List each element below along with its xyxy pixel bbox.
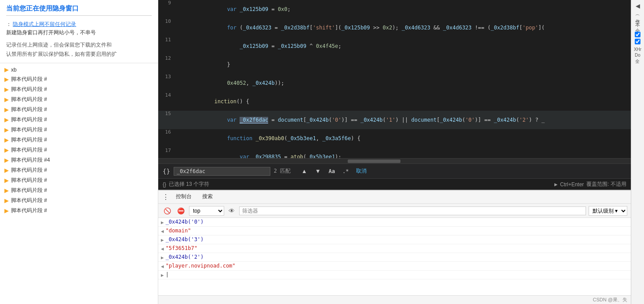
incognito-desc2: 记录任何上网痕迹，但会保留您下载的文件和 认禁用所有扩展以保护隐私，如有需要启用… bbox=[6, 38, 152, 59]
search-tab-label: 搜索 bbox=[202, 193, 213, 199]
code-line: 13 0x4052, _0x424b)); bbox=[158, 74, 631, 92]
console-filter-input[interactable] bbox=[239, 206, 586, 215]
console-row[interactable]: ◀ "player.novipnoad.com" bbox=[158, 262, 631, 271]
item-label: 脚本代码片段 # bbox=[11, 116, 47, 123]
line-number: 14 bbox=[158, 92, 175, 111]
line-number: 11 bbox=[158, 37, 175, 55]
list-item[interactable]: ▶脚本代码片段 # bbox=[0, 94, 158, 105]
right-panel-labels: XHr Do 全 bbox=[634, 47, 641, 65]
list-item[interactable]: ▶脚本代码片段 # bbox=[0, 185, 158, 195]
hscroll-track bbox=[160, 159, 629, 163]
sidebar-header: 当前您正在使用隐身窗口 ： 隐身模式上网不留任何记录 新建隐身窗口再打开网站小号… bbox=[0, 0, 158, 63]
code-line: 12 } bbox=[158, 55, 631, 74]
collapse-arrow-icon: ◀ bbox=[161, 245, 164, 252]
list-item[interactable]: ▶xb bbox=[0, 65, 158, 74]
list-item[interactable]: ▶脚本代码片段 # bbox=[0, 135, 158, 145]
line-number: 9 bbox=[158, 0, 175, 18]
console-row-cursor[interactable]: ▶ | bbox=[158, 271, 631, 279]
console-fn-call: _0x424b('2') bbox=[166, 254, 204, 260]
tab-search[interactable]: 搜索 bbox=[197, 191, 218, 203]
find-regex-button[interactable]: .* bbox=[341, 167, 350, 175]
item-label: 脚本代码片段 # bbox=[11, 76, 47, 83]
right-panel-collapse-btn[interactable]: ◀ bbox=[635, 2, 641, 10]
console-tab-label: 控制台 bbox=[176, 193, 192, 199]
line-number: 13 bbox=[158, 74, 175, 92]
console-eye-button[interactable]: 👁 bbox=[227, 206, 236, 215]
console-row[interactable]: ▶ _0x424b('0') bbox=[158, 218, 631, 227]
code-hscrollbar[interactable] bbox=[158, 158, 631, 163]
console-row[interactable]: ◀ "domain" bbox=[158, 227, 631, 235]
item-label: 脚本代码片段 # bbox=[11, 96, 47, 103]
right-panel: ◀ （ 作 本 t 全 断 XHr Do 全 bbox=[631, 0, 644, 304]
bottom-bar: CSDN @果、失 bbox=[158, 295, 631, 304]
selected-count-label: 已选择 13 个字符 bbox=[169, 181, 209, 188]
collapse-arrow-icon: ◀ bbox=[161, 263, 164, 269]
list-item[interactable]: ▶脚本代码片段 # bbox=[0, 125, 158, 135]
list-item[interactable]: ▶脚本代码片段 # bbox=[0, 206, 158, 216]
console-row[interactable]: ◀ "5f3651b7" bbox=[158, 244, 631, 253]
list-item[interactable]: ▶脚本代码片段 # bbox=[0, 74, 158, 84]
console-row[interactable]: ▶ _0x424b('2') bbox=[158, 253, 631, 262]
right-panel-checkboxes bbox=[635, 32, 640, 44]
folder-icon: ▶ bbox=[4, 187, 9, 194]
list-item[interactable]: ▶脚本代码片段 # bbox=[0, 145, 158, 155]
expand-arrow-icon: ▶ bbox=[161, 254, 164, 261]
code-line: 16 function _0x390ab0(_0x5b3ee1, _0x3a5f… bbox=[158, 129, 631, 148]
collapse-arrow-icon: ◀ bbox=[161, 228, 164, 234]
folder-icon: ▶ bbox=[4, 157, 9, 163]
log-level-select[interactable]: 默认级别 ▾ bbox=[589, 206, 627, 216]
line-content: inction() { bbox=[175, 92, 631, 111]
list-item[interactable]: ▶脚本代码片段 # bbox=[0, 165, 158, 175]
devtools-toolbar: 🚫 ⛔ top 👁 默认级别 ▾ bbox=[158, 204, 631, 218]
list-item[interactable]: ▶脚本代码片段 # bbox=[0, 175, 158, 185]
selected-info: {} 已选择 13 个字符 bbox=[163, 181, 209, 188]
context-selector[interactable]: top bbox=[189, 206, 224, 216]
code-table: 9 var _0x125b09 = 0x0; 10 for (_0x4d6323… bbox=[158, 0, 631, 158]
code-scroll[interactable]: 9 var _0x125b09 = 0x0; 10 for (_0x4d6323… bbox=[158, 0, 631, 158]
list-item[interactable]: ▶脚本代码片段 # bbox=[0, 115, 158, 125]
devtools-bottom-panel: ⋮ 控制台 搜索 🚫 ⛔ top 👁 默认级别 ▾ ▶ _0 bbox=[158, 190, 631, 304]
item-label: 脚本代码片段 # bbox=[11, 177, 47, 184]
selected-bar: {} 已选择 13 个字符 ► Ctrl+Enter 覆盖范围: 不适用 bbox=[158, 178, 631, 190]
item-label: 脚本代码片段 #4 bbox=[11, 156, 50, 164]
desc-line1: ： bbox=[6, 21, 11, 27]
console-row[interactable]: ▶ _0x424b('3') bbox=[158, 235, 631, 244]
find-case-sensitive-button[interactable]: Aa bbox=[327, 167, 337, 176]
do-label: Do bbox=[635, 53, 640, 58]
folder-icon: ▶ bbox=[4, 167, 9, 174]
line-number: 16 bbox=[158, 129, 175, 148]
list-item[interactable]: ▶脚本代码片段 # bbox=[0, 195, 158, 206]
checkbox-1[interactable] bbox=[635, 32, 640, 37]
line-number: 10 bbox=[158, 18, 175, 37]
tab-console[interactable]: 控制台 bbox=[171, 191, 197, 203]
find-prev-button[interactable]: ▲ bbox=[299, 166, 309, 176]
folder-icon: ▶ bbox=[4, 177, 9, 184]
list-item[interactable]: ▶脚本代码片段 # bbox=[0, 105, 158, 115]
folder-icon: ▶ bbox=[4, 86, 9, 93]
folder-icon: ▶ bbox=[4, 207, 9, 214]
console-fn-call: _0x424b('3') bbox=[166, 236, 204, 242]
right-panel-item-4[interactable]: t bbox=[635, 21, 640, 22]
console-fn-call: _0x424b('0') bbox=[166, 219, 204, 225]
list-item[interactable]: ▶脚本代码片段 # bbox=[0, 84, 158, 94]
desc-line3: 记录任何上网痕迹，但会保留您下载的文件和 bbox=[6, 42, 112, 48]
checkbox-2[interactable] bbox=[635, 39, 640, 44]
find-next-button[interactable]: ▼ bbox=[313, 166, 323, 176]
xh-label: XHr bbox=[634, 47, 641, 52]
hscroll-thumb[interactable] bbox=[348, 159, 400, 163]
item-label: 脚本代码片段 # bbox=[11, 146, 47, 154]
console-filter-button[interactable]: ⛔ bbox=[175, 206, 186, 215]
find-input[interactable] bbox=[174, 167, 270, 176]
find-cancel-button[interactable]: 取消 bbox=[356, 167, 367, 175]
find-match-count: 2 匹配 bbox=[274, 167, 296, 175]
code-line: 10 for (_0x4d6323 = _0x2d38bf['shift'](_… bbox=[158, 18, 631, 37]
devtools-tabs-row: ⋮ 控制台 搜索 bbox=[158, 191, 631, 204]
incognito-link[interactable]: 隐身模式上网不留任何记录 bbox=[13, 21, 76, 27]
item-label: xb bbox=[11, 67, 17, 73]
folder-icon: ▶ bbox=[4, 116, 9, 123]
desc-line4: 认禁用所有扩展以保护隐私，如有需要启用的扩 bbox=[6, 51, 117, 57]
folder-icon: ▶ bbox=[4, 147, 9, 153]
clear-console-button[interactable]: 🚫 bbox=[162, 206, 173, 215]
list-item[interactable]: ▶脚本代码片段 #4 bbox=[0, 155, 158, 165]
devtools-more-button[interactable]: ⋮ bbox=[161, 192, 171, 202]
